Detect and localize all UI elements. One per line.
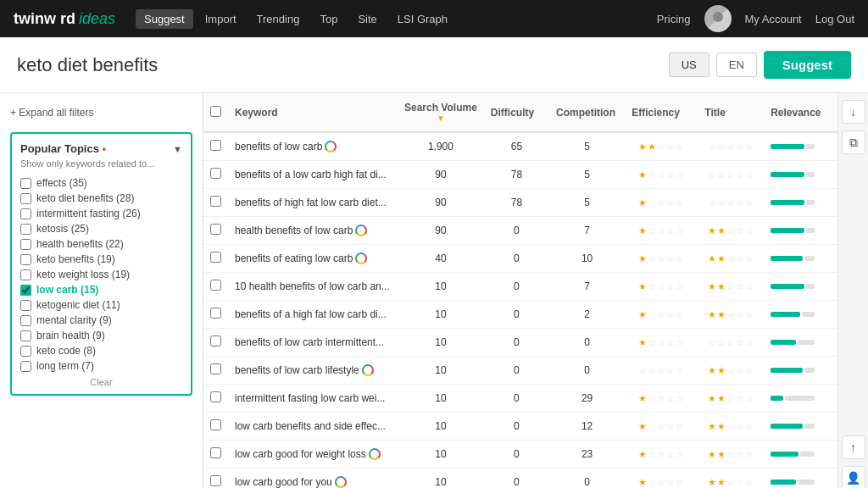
topic-checkbox[interactable] xyxy=(20,178,31,189)
avatar xyxy=(704,5,732,32)
td-title: ★★☆☆☆ xyxy=(698,245,764,273)
popular-topics-box: Popular Topics • ▼ Show only keywords re… xyxy=(10,132,192,396)
pricing-link[interactable]: Pricing xyxy=(657,13,691,25)
td-volume: 10 xyxy=(398,329,484,357)
dropdown-arrow-icon[interactable]: ▼ xyxy=(173,144,182,154)
table-row: benefits of a high fat low carb di... 10… xyxy=(203,301,837,329)
lang-us-btn[interactable]: US xyxy=(669,53,709,77)
td-checkbox[interactable] xyxy=(203,132,228,161)
nav-lsi-graph[interactable]: LSI Graph xyxy=(389,9,456,29)
td-difficulty: 0 xyxy=(484,441,549,469)
td-checkbox[interactable] xyxy=(203,217,228,245)
logo-text: twinw rd xyxy=(14,10,75,28)
td-relevance xyxy=(764,441,837,469)
td-efficiency: ★☆☆☆☆ xyxy=(625,469,698,489)
td-efficiency: ★☆☆☆☆ xyxy=(625,217,698,245)
td-checkbox[interactable] xyxy=(203,245,228,273)
td-difficulty: 0 xyxy=(484,357,549,385)
log-out-link[interactable]: Log Out xyxy=(815,13,854,25)
scroll-top-btn[interactable]: ↑ xyxy=(842,435,865,459)
th-relevance[interactable]: Relevance xyxy=(764,93,837,132)
topic-checkbox[interactable] xyxy=(20,193,31,204)
topic-checkbox[interactable] xyxy=(20,224,31,235)
logo: twinw rd ideas xyxy=(14,10,115,28)
td-checkbox[interactable] xyxy=(203,413,228,441)
download-btn[interactable]: ↓ xyxy=(842,100,865,124)
td-difficulty: 78 xyxy=(484,161,549,189)
user-btn[interactable]: 👤 xyxy=(842,466,865,488)
topic-checkbox[interactable] xyxy=(20,300,31,311)
topic-item: health benefits (22) xyxy=(20,236,182,252)
topic-checkbox[interactable] xyxy=(20,346,31,357)
th-title[interactable]: Title xyxy=(698,93,764,132)
nav-site[interactable]: Site xyxy=(349,9,385,29)
clear-button[interactable]: Clear xyxy=(20,374,182,391)
topic-label: keto benefits (19) xyxy=(36,253,115,265)
td-checkbox[interactable] xyxy=(203,329,228,357)
td-competition: 0 xyxy=(549,469,625,489)
topic-checkbox[interactable] xyxy=(20,269,31,280)
nav-suggest[interactable]: Suggest xyxy=(136,9,193,29)
td-volume: 10 xyxy=(398,385,484,413)
th-volume[interactable]: Search Volume▼ xyxy=(398,93,484,132)
th-difficulty[interactable]: Difficulty xyxy=(484,93,549,132)
td-checkbox[interactable] xyxy=(203,189,228,217)
topic-label: keto code (8) xyxy=(36,345,96,357)
expand-filters-btn[interactable]: + Expand all filters xyxy=(10,103,192,122)
td-keyword: benefits of low carb xyxy=(228,132,398,161)
td-checkbox[interactable] xyxy=(203,273,228,301)
td-efficiency: ★☆☆☆☆ xyxy=(625,189,698,217)
td-keyword: benefits of eating low carb xyxy=(228,245,398,273)
td-checkbox[interactable] xyxy=(203,441,228,469)
table-row: benefits of low carb intermittent... 10 … xyxy=(203,329,837,357)
td-volume: 90 xyxy=(398,161,484,189)
td-difficulty: 0 xyxy=(484,413,549,441)
topic-item: mental clarity (9) xyxy=(20,313,182,328)
th-select-all[interactable] xyxy=(203,93,228,132)
td-checkbox[interactable] xyxy=(203,469,228,489)
table-row: benefits of high fat low carb diet... 90… xyxy=(203,189,837,217)
table-body: benefits of low carb 1,900 65 5 ★★☆☆☆ ☆☆… xyxy=(203,132,837,488)
td-efficiency: ★☆☆☆☆ xyxy=(625,385,698,413)
my-account-link[interactable]: My Account xyxy=(745,13,802,25)
nav-import[interactable]: Import xyxy=(197,9,245,29)
topic-item: brain health (9) xyxy=(20,328,182,343)
td-title: ☆☆☆☆☆ xyxy=(698,161,764,189)
th-competition[interactable]: Competition xyxy=(549,93,625,132)
th-efficiency[interactable]: Efficiency xyxy=(625,93,698,132)
td-difficulty: 0 xyxy=(484,245,549,273)
topic-checkbox[interactable] xyxy=(20,254,31,265)
td-keyword: benefits of high fat low carb diet... xyxy=(228,189,398,217)
td-checkbox[interactable] xyxy=(203,357,228,385)
topic-checkbox[interactable] xyxy=(20,361,31,372)
nav-trending[interactable]: Trending xyxy=(248,9,309,29)
google-icon xyxy=(355,225,367,236)
topic-checkbox[interactable] xyxy=(20,315,31,326)
td-efficiency: ★★☆☆☆ xyxy=(625,132,698,161)
table-row: 10 health benefits of low carb an... 10 … xyxy=(203,273,837,301)
td-title: ★★☆☆☆ xyxy=(698,217,764,245)
topic-checkbox[interactable] xyxy=(20,285,31,296)
td-competition: 5 xyxy=(549,161,625,189)
nav-right: Pricing My Account Log Out xyxy=(657,5,854,32)
show-only-label: Show only keywords related to... xyxy=(20,158,182,169)
header-controls: US EN Suggest xyxy=(669,51,851,79)
suggest-button[interactable]: Suggest xyxy=(764,51,851,79)
td-difficulty: 0 xyxy=(484,273,549,301)
lang-en-btn[interactable]: EN xyxy=(716,53,757,77)
main-layout: + Expand all filters Popular Topics • ▼ … xyxy=(0,93,868,488)
td-competition: 5 xyxy=(549,189,625,217)
topic-label: ketogenic diet (11) xyxy=(36,299,120,311)
topic-checkbox[interactable] xyxy=(20,330,31,341)
td-checkbox[interactable] xyxy=(203,301,228,329)
nav-top[interactable]: Top xyxy=(311,9,346,29)
td-efficiency: ★☆☆☆☆ xyxy=(625,273,698,301)
td-efficiency: ★☆☆☆☆ xyxy=(625,245,698,273)
topic-checkbox[interactable] xyxy=(20,239,31,250)
td-checkbox[interactable] xyxy=(203,385,228,413)
topic-checkbox[interactable] xyxy=(20,208,31,219)
table-row: benefits of low carb lifestyle 10 0 0 ☆☆… xyxy=(203,357,837,385)
th-keyword: Keyword xyxy=(228,93,398,132)
td-checkbox[interactable] xyxy=(203,161,228,189)
copy-btn[interactable]: ⧉ xyxy=(842,130,865,154)
